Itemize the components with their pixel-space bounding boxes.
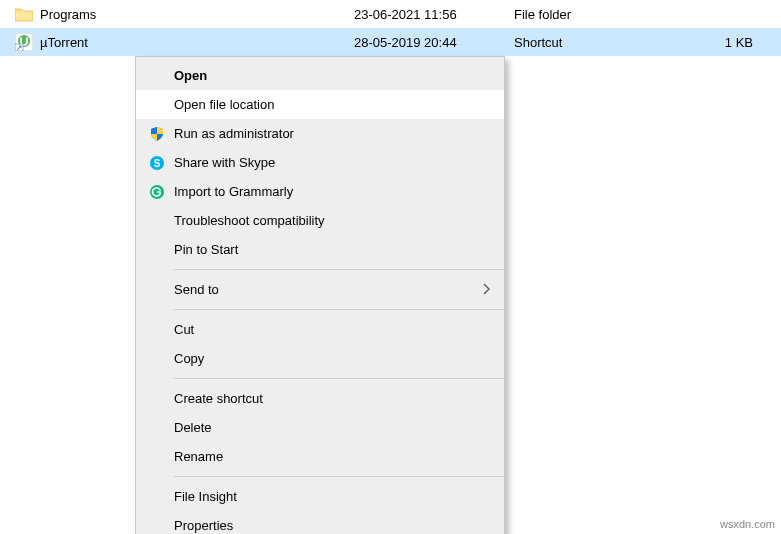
blank-icon (144, 418, 170, 438)
file-type: Shortcut (514, 35, 714, 50)
menu-separator (174, 476, 504, 477)
svg-text:S: S (154, 158, 161, 169)
menu-open-file-location[interactable]: Open file location (136, 90, 504, 119)
folder-icon (14, 4, 34, 24)
blank-icon (144, 95, 170, 115)
menu-troubleshoot-compatibility[interactable]: Troubleshoot compatibility (136, 206, 504, 235)
file-date: 28-05-2019 20:44 (354, 35, 514, 50)
menu-run-as-administrator[interactable]: Run as administrator (136, 119, 504, 148)
watermark-text: wsxdn.com (720, 518, 775, 530)
file-size: 1 KB (714, 35, 781, 50)
blank-icon (144, 66, 170, 86)
blank-icon (144, 320, 170, 340)
file-name: Programs (40, 7, 96, 22)
menu-rename[interactable]: Rename (136, 442, 504, 471)
blank-icon (144, 487, 170, 507)
menu-import-to-grammarly[interactable]: Import to Grammarly (136, 177, 504, 206)
grammarly-icon (144, 182, 170, 202)
file-row-utorrent[interactable]: µTorrent 28-05-2019 20:44 Shortcut 1 KB (0, 28, 781, 56)
shield-uac-icon (144, 124, 170, 144)
blank-icon (144, 240, 170, 260)
utorrent-shortcut-icon (14, 32, 34, 52)
blank-icon (144, 389, 170, 409)
blank-icon (144, 280, 170, 300)
file-list: Programs 23-06-2021 11:56 File folder µT… (0, 0, 781, 56)
file-name: µTorrent (40, 35, 88, 50)
menu-pin-to-start[interactable]: Pin to Start (136, 235, 504, 264)
skype-icon: S (144, 153, 170, 173)
menu-cut[interactable]: Cut (136, 315, 504, 344)
file-date: 23-06-2021 11:56 (354, 7, 514, 22)
menu-separator (174, 269, 504, 270)
menu-separator (174, 378, 504, 379)
blank-icon (144, 447, 170, 467)
blank-icon (144, 349, 170, 369)
menu-open[interactable]: Open (136, 61, 504, 90)
menu-properties[interactable]: Properties (136, 511, 504, 534)
file-type: File folder (514, 7, 714, 22)
menu-share-with-skype[interactable]: S Share with Skype (136, 148, 504, 177)
menu-file-insight[interactable]: File Insight (136, 482, 504, 511)
file-row-programs[interactable]: Programs 23-06-2021 11:56 File folder (0, 0, 781, 28)
chevron-right-icon (482, 282, 490, 298)
blank-icon (144, 516, 170, 535)
menu-separator (174, 309, 504, 310)
menu-send-to[interactable]: Send to (136, 275, 504, 304)
blank-icon (144, 211, 170, 231)
menu-create-shortcut[interactable]: Create shortcut (136, 384, 504, 413)
menu-copy[interactable]: Copy (136, 344, 504, 373)
context-menu: Open Open file location Run as administr… (135, 56, 505, 534)
menu-delete[interactable]: Delete (136, 413, 504, 442)
